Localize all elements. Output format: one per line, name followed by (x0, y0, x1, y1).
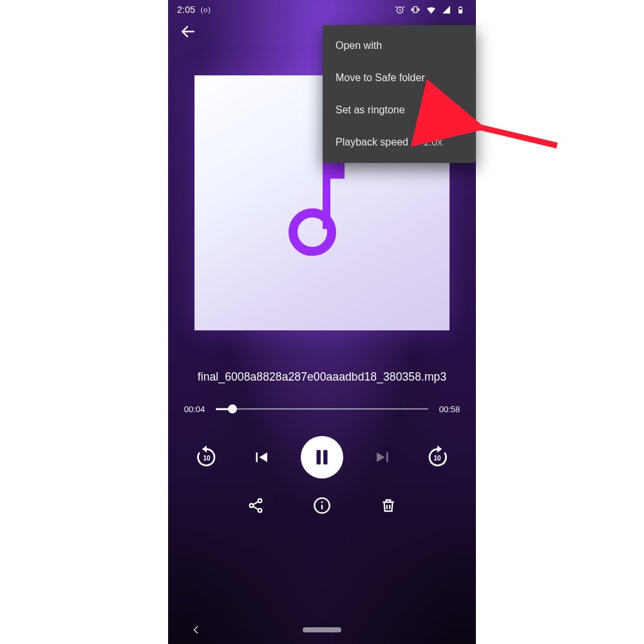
menu-item-open-with[interactable]: Open with (323, 30, 476, 62)
forward-10-button[interactable]: 10 (423, 443, 451, 471)
system-nav-bar (168, 616, 476, 644)
back-button[interactable] (175, 18, 202, 45)
svg-line-18 (475, 126, 557, 146)
share-icon (247, 497, 264, 514)
menu-item-label: Open with (336, 40, 382, 52)
svg-text:10: 10 (433, 455, 441, 462)
phone-frame: 2:05 (o) (168, 0, 476, 644)
playback-speed-value: 1.0x (423, 137, 442, 148)
wifi-icon (426, 5, 436, 15)
svg-rect-9 (317, 450, 321, 465)
svg-point-14 (258, 509, 262, 513)
share-button[interactable] (247, 497, 264, 516)
pause-icon (311, 446, 333, 468)
arrow-back-icon (180, 23, 196, 40)
menu-item-label: Move to Safe folder (336, 72, 425, 84)
chevron-left-icon (189, 623, 202, 636)
skip-next-icon (374, 448, 393, 467)
replay-10-icon: 10 (194, 444, 220, 470)
svg-point-7 (293, 213, 332, 252)
nav-home-pill[interactable] (303, 627, 341, 632)
rewind-10-button[interactable]: 10 (193, 443, 221, 471)
svg-rect-1 (413, 6, 417, 12)
seek-bar[interactable] (216, 404, 428, 414)
vibrate-icon (410, 5, 421, 15)
skip-next-button[interactable] (369, 443, 397, 471)
status-clock: 2:05 (177, 5, 195, 15)
nav-back-button[interactable] (185, 619, 207, 641)
play-pause-button[interactable] (301, 436, 343, 478)
signal-icon (441, 5, 451, 15)
svg-rect-3 (460, 6, 461, 7)
skip-previous-button[interactable] (247, 443, 275, 471)
alarm-icon (395, 5, 405, 15)
time-duration: 00:58 (437, 404, 462, 414)
menu-item-move-safe-folder[interactable]: Move to Safe folder (323, 62, 476, 94)
svg-point-13 (250, 504, 254, 507)
secondary-actions (168, 497, 476, 517)
status-bar: 2:05 (o) (168, 0, 476, 17)
svg-point-12 (258, 499, 262, 503)
music-note-icon (287, 160, 357, 256)
time-elapsed: 00:04 (182, 404, 207, 414)
delete-button[interactable] (380, 497, 397, 516)
menu-item-playback-speed[interactable]: Playback speed • 1.0x (323, 126, 476, 158)
info-button[interactable] (313, 497, 331, 517)
forward-10-icon: 10 (424, 444, 450, 470)
skip-previous-icon (251, 448, 270, 467)
menu-item-label: Set as ringtone (336, 104, 405, 116)
seek-thumb[interactable] (228, 404, 237, 413)
menu-item-label: Playback speed (336, 137, 408, 148)
status-recording-indicator: (o) (200, 6, 211, 14)
battery-icon (457, 5, 467, 15)
svg-point-17 (321, 501, 323, 503)
menu-item-set-ringtone[interactable]: Set as ringtone (323, 94, 476, 126)
progress-section: 00:04 00:58 (168, 404, 476, 414)
svg-text:10: 10 (203, 455, 211, 462)
overflow-menu: Open with Move to Safe folder Set as rin… (323, 25, 476, 163)
info-icon (313, 497, 331, 515)
track-filename: final_6008a8828a287e00aaadbd18_380358.mp… (168, 370, 476, 384)
separator-dot: • (414, 137, 417, 147)
trash-icon (380, 497, 397, 514)
svg-rect-4 (460, 10, 462, 12)
svg-rect-10 (323, 450, 327, 465)
transport-controls: 10 10 (168, 436, 476, 478)
